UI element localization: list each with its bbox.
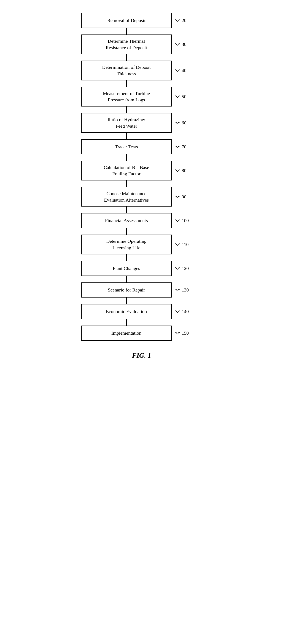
step-number-110: 110 [174, 242, 189, 247]
step-number-120: 120 [174, 266, 189, 271]
connector-line [126, 254, 127, 261]
connector-line [126, 298, 127, 304]
flow-item: Determine ThermalResistance of Deposit30 [81, 34, 202, 54]
step-number-20: 20 [174, 18, 186, 23]
flow-item: Plant Changes120 [81, 261, 202, 276]
box-step-80: Calculation of B – BaseFouling Factor [81, 161, 172, 180]
squiggle-icon [174, 42, 181, 47]
step-number-70: 70 [174, 144, 186, 150]
box-step-110: Determine OperatingLicensing Life [81, 234, 172, 254]
step-number-text: 100 [182, 218, 189, 223]
step-number-130: 130 [174, 287, 189, 293]
step-number-text: 20 [182, 18, 186, 23]
squiggle-icon [174, 330, 181, 336]
connector-line [126, 154, 127, 161]
squiggle-icon [174, 18, 181, 23]
flow-item: Calculation of B – BaseFouling Factor80 [81, 161, 202, 180]
box-step-130: Scenario for Repair [81, 282, 172, 298]
squiggle-icon [174, 266, 181, 271]
step-number-50: 50 [174, 94, 186, 100]
squiggle-icon [174, 168, 181, 173]
step-number-80: 80 [174, 168, 186, 173]
box-step-40: Determination of DepositThickness [81, 60, 172, 80]
step-number-text: 30 [182, 42, 186, 47]
squiggle-icon [174, 194, 181, 200]
flow-item: Tracer Tests70 [81, 139, 202, 154]
box-step-90: Choose MaintenanceEvaluation Alternative… [81, 187, 172, 206]
flow-item: Determine OperatingLicensing Life110 [81, 234, 202, 254]
flow-item: Scenario for Repair130 [81, 282, 202, 298]
connector-line [126, 106, 127, 113]
step-number-text: 120 [182, 266, 189, 271]
step-number-text: 70 [182, 144, 186, 150]
connector-line [126, 206, 127, 213]
box-step-60: Ratio of Hydrazine/Feed Water [81, 113, 172, 132]
flow-item: Financial Assessments100 [81, 213, 202, 228]
step-number-text: 140 [182, 309, 189, 314]
connector-line [126, 54, 127, 60]
step-number-100: 100 [174, 218, 189, 223]
squiggle-icon [174, 242, 181, 247]
step-number-60: 60 [174, 120, 186, 126]
connector-line [126, 319, 127, 326]
flowchart: Removal of Deposit20Determine ThermalRes… [81, 13, 202, 341]
squiggle-icon [174, 218, 181, 223]
connector-line [126, 28, 127, 34]
connector-line [126, 133, 127, 139]
step-number-text: 60 [182, 120, 186, 126]
flow-item: Ratio of Hydrazine/Feed Water60 [81, 113, 202, 132]
step-number-150: 150 [174, 330, 189, 336]
step-number-text: 90 [182, 194, 186, 200]
step-number-90: 90 [174, 194, 186, 200]
step-number-30: 30 [174, 42, 186, 47]
connector-line [126, 276, 127, 282]
flow-item: Choose MaintenanceEvaluation Alternative… [81, 187, 202, 206]
step-number-text: 80 [182, 168, 186, 173]
flow-item: Measurement of TurbinePressure from Logs… [81, 87, 202, 106]
flow-item: Implementation150 [81, 326, 202, 341]
squiggle-icon [174, 288, 181, 292]
box-step-100: Financial Assessments [81, 213, 172, 228]
box-step-50: Measurement of TurbinePressure from Logs [81, 87, 172, 106]
step-number-text: 150 [182, 330, 189, 336]
flow-item: Removal of Deposit20 [81, 13, 202, 28]
step-number-text: 40 [182, 68, 186, 73]
squiggle-icon [174, 120, 181, 126]
squiggle-icon [174, 68, 181, 73]
connector-line [126, 180, 127, 187]
box-step-70: Tracer Tests [81, 139, 172, 154]
box-step-140: Economic Evaluation [81, 304, 172, 319]
flow-item: Economic Evaluation140 [81, 304, 202, 319]
step-number-text: 110 [182, 242, 189, 247]
figure-label: FIG. 1 [132, 352, 151, 360]
step-number-text: 130 [182, 287, 189, 293]
box-step-20: Removal of Deposit [81, 13, 172, 28]
box-step-120: Plant Changes [81, 261, 172, 276]
squiggle-icon [174, 144, 181, 150]
step-number-text: 50 [182, 94, 186, 100]
step-number-140: 140 [174, 309, 189, 314]
flow-item: Determination of DepositThickness40 [81, 60, 202, 80]
connector-line [126, 228, 127, 234]
step-number-40: 40 [174, 68, 186, 73]
connector-line [126, 80, 127, 87]
squiggle-icon [174, 309, 181, 314]
box-step-30: Determine ThermalResistance of Deposit [81, 34, 172, 54]
squiggle-icon [174, 94, 181, 99]
box-step-150: Implementation [81, 326, 172, 341]
